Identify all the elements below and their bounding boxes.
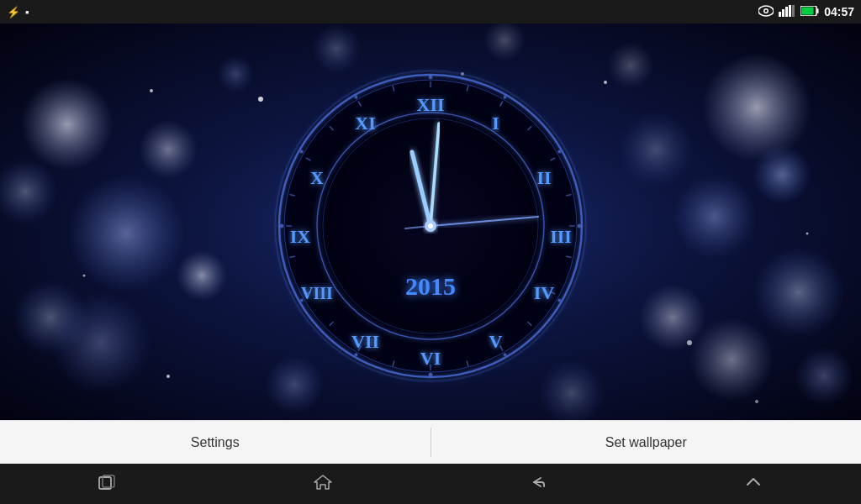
svg-point-40 bbox=[755, 400, 758, 403]
back-button[interactable] bbox=[522, 468, 554, 501]
svg-point-23 bbox=[753, 145, 811, 204]
svg-point-17 bbox=[177, 250, 227, 301]
svg-text:VII: VII bbox=[351, 331, 379, 352]
svg-point-12 bbox=[21, 78, 114, 171]
status-time: 04:57 bbox=[824, 5, 854, 18]
svg-rect-7 bbox=[792, 5, 795, 17]
svg-text:V: V bbox=[489, 331, 503, 352]
svg-point-103 bbox=[428, 223, 433, 228]
home-button[interactable] bbox=[307, 467, 339, 501]
svg-point-37 bbox=[687, 340, 692, 345]
settings-button[interactable]: Settings bbox=[0, 421, 430, 464]
svg-point-15 bbox=[139, 120, 198, 179]
svg-text:X: X bbox=[310, 167, 324, 188]
svg-point-34 bbox=[604, 81, 607, 84]
eye-icon bbox=[758, 5, 774, 19]
svg-point-16 bbox=[50, 292, 151, 393]
svg-text:II: II bbox=[536, 167, 551, 188]
svg-rect-4 bbox=[782, 9, 784, 17]
svg-point-57 bbox=[300, 150, 303, 153]
svg-point-2 bbox=[765, 9, 768, 12]
recent-apps-button[interactable] bbox=[92, 468, 124, 501]
svg-point-53 bbox=[429, 373, 432, 376]
svg-point-49 bbox=[558, 150, 561, 153]
svg-rect-10 bbox=[802, 7, 814, 14]
svg-point-56 bbox=[280, 224, 283, 228]
set-wallpaper-button[interactable]: Set wallpaper bbox=[431, 421, 862, 464]
svg-point-36 bbox=[166, 375, 170, 378]
svg-rect-9 bbox=[817, 8, 819, 13]
status-right-icons: 04:57 bbox=[758, 5, 854, 19]
svg-point-50 bbox=[578, 224, 581, 228]
sd-icon: ▪ bbox=[25, 6, 29, 18]
svg-point-51 bbox=[558, 299, 561, 302]
status-left-icons: ⚡ ▪ bbox=[7, 6, 29, 18]
svg-point-25 bbox=[689, 318, 774, 402]
svg-point-52 bbox=[504, 354, 506, 356]
nav-bar bbox=[0, 464, 861, 504]
up-button[interactable] bbox=[737, 468, 769, 501]
svg-rect-5 bbox=[785, 7, 788, 17]
svg-point-48 bbox=[504, 96, 506, 98]
svg-marker-106 bbox=[314, 475, 331, 489]
svg-point-47 bbox=[429, 76, 432, 79]
svg-point-21 bbox=[753, 246, 845, 339]
svg-point-33 bbox=[258, 97, 263, 102]
signal-icon bbox=[779, 5, 795, 19]
svg-point-26 bbox=[795, 347, 853, 406]
bottom-bar: Settings Set wallpaper bbox=[0, 420, 861, 464]
battery-icon bbox=[800, 6, 819, 18]
svg-text:III: III bbox=[550, 226, 572, 247]
svg-point-31 bbox=[607, 42, 654, 89]
svg-text:VIII: VIII bbox=[301, 284, 333, 302]
clock-svg: XII I II III IV V VI VII VIII IX X XI 20… bbox=[271, 66, 590, 386]
status-bar: ⚡ ▪ 04:57 bbox=[0, 0, 861, 24]
svg-text:XII: XII bbox=[416, 94, 444, 115]
svg-point-19 bbox=[702, 53, 811, 162]
svg-text:IV: IV bbox=[534, 282, 555, 303]
wallpaper-area: XII I II III IV V VI VII VIII IX X XI 20… bbox=[0, 24, 861, 428]
svg-point-32 bbox=[217, 55, 254, 92]
svg-point-39 bbox=[150, 89, 153, 92]
svg-text:I: I bbox=[492, 113, 499, 134]
svg-point-41 bbox=[83, 275, 86, 277]
svg-point-24 bbox=[618, 112, 694, 187]
svg-rect-6 bbox=[789, 5, 791, 17]
svg-point-54 bbox=[355, 354, 357, 356]
svg-text:2015: 2015 bbox=[405, 272, 456, 300]
svg-rect-3 bbox=[779, 12, 781, 17]
svg-point-20 bbox=[673, 175, 757, 259]
svg-text:XI: XI bbox=[355, 113, 375, 134]
svg-point-42 bbox=[806, 233, 809, 235]
svg-point-58 bbox=[355, 96, 357, 98]
usb-icon: ⚡ bbox=[7, 6, 20, 18]
svg-text:IX: IX bbox=[290, 226, 311, 247]
svg-text:VI: VI bbox=[420, 348, 441, 369]
